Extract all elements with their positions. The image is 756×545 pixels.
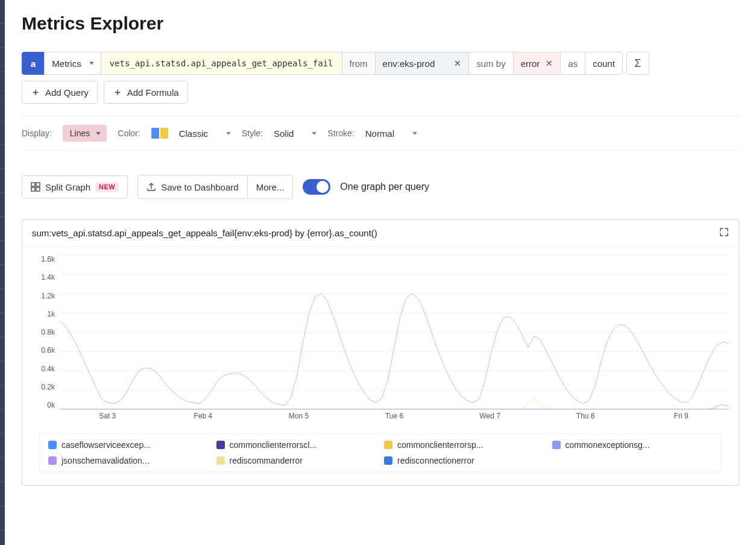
y-tick: 0.6k: [32, 346, 55, 354]
legend-swatch: [48, 441, 57, 449]
svg-rect-0: [31, 183, 35, 186]
legend-item[interactable]: jsonschemavalidation...: [48, 456, 209, 465]
plus-icon: ＋: [31, 86, 40, 99]
more-menu-button[interactable]: More...: [247, 175, 293, 198]
legend-label: commonclienterrorscl...: [230, 440, 317, 450]
legend-item[interactable]: commonexceptionsg...: [552, 440, 713, 450]
y-tick: 0.4k: [32, 365, 55, 373]
group-tag-chip[interactable]: error ✕: [513, 52, 561, 75]
group-tag-text: error: [521, 58, 540, 69]
legend-item[interactable]: commonclienterrorscl...: [216, 440, 377, 450]
legend-label: rediscommanderror: [230, 456, 303, 465]
legend-item[interactable]: commonclienterrorsp...: [384, 440, 545, 450]
legend-item[interactable]: caseflowserviceexcep...: [48, 440, 209, 450]
series-line: [60, 405, 729, 409]
scope-tag-text: env:eks-prod: [383, 58, 435, 69]
chart-legend: caseflowserviceexcep...commonclienterror…: [39, 433, 722, 472]
style-label: Style:: [242, 128, 263, 138]
export-icon: [146, 182, 156, 192]
color-palette-select[interactable]: Classic: [179, 128, 231, 139]
display-label: Display:: [22, 128, 52, 138]
x-tick: Tue 6: [347, 412, 443, 424]
x-tick: Sat 3: [60, 412, 156, 424]
group-by-label: sum by: [468, 52, 513, 75]
chart-lines: [60, 255, 729, 409]
y-tick: 0.2k: [32, 383, 55, 391]
close-icon[interactable]: ✕: [546, 58, 553, 68]
split-graph-button[interactable]: Split Graph NEW: [22, 175, 128, 198]
query-id-label[interactable]: a: [22, 52, 45, 75]
save-to-dashboard-label: Save to Dashboard: [161, 182, 238, 192]
legend-swatch: [216, 441, 225, 449]
line-style-select[interactable]: Solid: [274, 128, 317, 139]
x-tick: Thu 8: [538, 412, 634, 424]
y-tick: 0k: [32, 401, 55, 409]
add-formula-button[interactable]: ＋ Add Formula: [104, 81, 188, 104]
one-graph-per-query-toggle[interactable]: [303, 179, 330, 195]
x-tick: Fri 9: [633, 412, 729, 424]
svg-rect-2: [31, 187, 35, 191]
y-tick: 1.4k: [32, 273, 55, 282]
x-axis-ticks: Sat 3Feb 4Mon 5Tue 6Wed 7Thu 8Fri 9: [60, 412, 729, 424]
legend-label: commonclienterrorsp...: [397, 440, 483, 450]
stroke-select[interactable]: Normal: [365, 128, 417, 139]
legend-swatch: [384, 456, 392, 465]
functions-button[interactable]: Σ: [626, 52, 649, 75]
aggregation-select[interactable]: count: [585, 52, 623, 75]
metric-name-input[interactable]: vets_api.statsd.api_appeals_get_appeals_…: [101, 52, 342, 75]
one-graph-per-query-label: One graph per query: [340, 181, 429, 192]
chart-card: sum:vets_api.statsd.api_appeals_get_appe…: [22, 219, 739, 486]
save-to-dashboard-button[interactable]: Save to Dashboard: [138, 175, 247, 198]
color-label: Color:: [118, 128, 140, 138]
from-label: from: [342, 52, 376, 75]
display-type-select[interactable]: Lines: [63, 125, 107, 142]
data-source-select[interactable]: Metrics: [44, 52, 101, 75]
legend-swatch: [216, 456, 225, 465]
legend-item[interactable]: rediscommanderror: [216, 456, 377, 465]
add-formula-label: Add Formula: [127, 87, 179, 98]
as-label: as: [560, 52, 585, 75]
close-icon[interactable]: ✕: [454, 58, 461, 68]
split-graph-label: Split Graph: [45, 182, 90, 192]
add-query-button[interactable]: ＋ Add Query: [22, 81, 98, 104]
scope-tag-chip[interactable]: env:eks-prod ✕: [375, 52, 470, 75]
legend-swatch: [552, 441, 561, 449]
x-tick: Feb 4: [156, 412, 251, 424]
chart-plot[interactable]: 1.6k1.4k1.2k1k0.8k0.6k0.4k0.2k0k Sat 3Fe…: [32, 255, 729, 424]
legend-swatch: [48, 456, 57, 465]
x-tick: Mon 5: [251, 412, 347, 424]
expand-icon[interactable]: [719, 227, 729, 239]
legend-label: jsonschemavalidation...: [61, 456, 150, 465]
stroke-label: Stroke:: [327, 128, 354, 138]
query-builder-row: a Metrics vets_api.statsd.api_appeals_ge…: [22, 52, 739, 75]
add-query-label: Add Query: [45, 87, 89, 98]
palette-swatch-icon: [151, 128, 168, 139]
new-badge: NEW: [95, 182, 119, 192]
svg-rect-3: [36, 187, 40, 191]
legend-label: redisconnectionerror: [397, 456, 474, 465]
legend-label: commonexceptionsg...: [565, 440, 650, 450]
chart-title: sum:vets_api.statsd.api_appeals_get_appe…: [32, 228, 377, 238]
y-tick: 1.6k: [32, 255, 55, 263]
y-tick: 0.8k: [32, 328, 55, 336]
plus-icon: ＋: [113, 86, 122, 99]
y-axis-ticks: 1.6k1.4k1.2k1k0.8k0.6k0.4k0.2k0k: [32, 255, 55, 409]
series-line: [60, 294, 729, 406]
legend-item[interactable]: redisconnectionerror: [384, 456, 545, 465]
split-graph-icon: [31, 182, 40, 192]
svg-rect-1: [36, 183, 40, 186]
legend-swatch: [384, 441, 392, 449]
series-line: [60, 398, 729, 409]
x-tick: Wed 7: [442, 412, 538, 424]
legend-label: caseflowserviceexcep...: [61, 440, 151, 450]
y-tick: 1.2k: [32, 292, 55, 300]
page-title: Metrics Explorer: [22, 13, 739, 34]
y-tick: 1k: [32, 310, 55, 318]
